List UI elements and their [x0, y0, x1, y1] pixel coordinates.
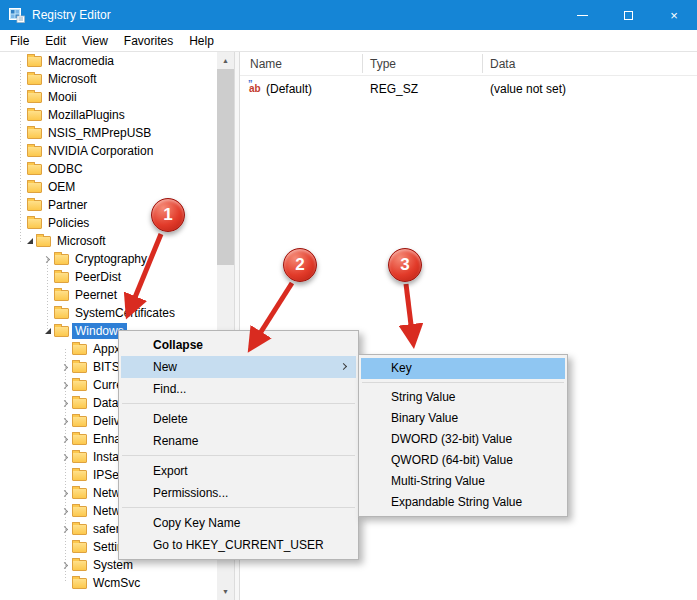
folder-icon: [72, 560, 87, 571]
menu-item-new[interactable]: New: [121, 356, 356, 378]
tree-item-wcmsvc[interactable]: WcmSvc: [0, 574, 217, 592]
column-header-data[interactable]: Data: [490, 57, 515, 71]
menu-item-key[interactable]: Key: [361, 358, 565, 379]
tree-item-label: Cryptography: [72, 251, 150, 267]
close-button[interactable]: ×: [651, 0, 697, 30]
menu-item-export[interactable]: Export: [121, 460, 356, 482]
folder-icon: [27, 128, 42, 139]
menu-item-permissions[interactable]: Permissions...: [121, 482, 356, 504]
menu-item-string-value[interactable]: String Value: [361, 387, 565, 408]
collapsed-arrow-icon[interactable]: [59, 491, 72, 496]
menu-item-expandable-string-value[interactable]: Expandable String Value: [361, 492, 565, 513]
tree-item-label: NSIS_RMPrepUSB: [45, 125, 154, 141]
scroll-up-arrow-icon[interactable]: ▲: [217, 52, 234, 69]
collapsed-arrow-icon[interactable]: [59, 401, 72, 406]
column-separator[interactable]: [362, 54, 363, 73]
tree-item-label: Microsoft: [45, 71, 100, 87]
expanded-arrow-icon[interactable]: [23, 238, 36, 244]
menu-item-go-to-hkey-current-user[interactable]: Go to HKEY_CURRENT_USER: [121, 534, 356, 556]
folder-icon: [27, 218, 42, 229]
menu-edit[interactable]: Edit: [37, 31, 74, 51]
tree-item-label: PeerDist: [72, 269, 124, 285]
menu-item-multi-string-value[interactable]: Multi-String Value: [361, 471, 565, 492]
folder-icon: [36, 236, 51, 247]
menu-item-rename[interactable]: Rename: [121, 430, 356, 452]
folder-icon: [72, 542, 87, 553]
registry-editor-window: { "window": { "title": "Registry Editor"…: [0, 0, 697, 600]
column-header-type[interactable]: Type: [370, 57, 396, 71]
menu-file[interactable]: File: [2, 31, 37, 51]
folder-icon: [72, 362, 87, 373]
close-icon: ×: [670, 9, 678, 22]
value-type: REG_SZ: [370, 82, 418, 96]
tree-item-peernet[interactable]: Peernet: [0, 286, 217, 304]
value-data: (value not set): [490, 82, 566, 96]
collapsed-arrow-icon[interactable]: [59, 563, 72, 568]
tree-item-label: Peernet: [72, 287, 120, 303]
folder-icon: [54, 272, 69, 283]
menu-item-dword-32-bit-value[interactable]: DWORD (32-bit) Value: [361, 429, 565, 450]
tree-item-microsoft[interactable]: Microsoft: [0, 232, 217, 250]
collapsed-arrow-icon[interactable]: [59, 437, 72, 442]
folder-icon: [72, 434, 87, 445]
collapsed-arrow-icon[interactable]: [59, 365, 72, 370]
new-submenu: KeyString ValueBinary ValueDWORD (32-bit…: [358, 354, 568, 517]
tree-item-nsis-rmprepusb[interactable]: NSIS_RMPrepUSB: [0, 124, 217, 142]
tree-item-systemcertificates[interactable]: SystemCertificates: [0, 304, 217, 322]
folder-icon: [72, 524, 87, 535]
folder-icon: [72, 488, 87, 499]
tree-item-cryptography[interactable]: Cryptography: [0, 250, 217, 268]
folder-icon: [27, 56, 42, 67]
registry-editor-icon: [9, 8, 25, 23]
maximize-button[interactable]: [605, 0, 651, 30]
context-menu: CollapseNewFind...DeleteRenameExportPerm…: [118, 330, 359, 560]
tree-item-label: OEM: [45, 179, 78, 195]
tree-item-label: MozillaPlugins: [45, 107, 128, 123]
menu-item-binary-value[interactable]: Binary Value: [361, 408, 565, 429]
tree-item-label: NVIDIA Corporation: [45, 143, 156, 159]
folder-icon: [72, 398, 87, 409]
tree-item-microsoft[interactable]: Microsoft: [0, 70, 217, 88]
scrollbar-thumb[interactable]: [217, 69, 234, 265]
folder-icon: [72, 578, 87, 589]
menu-item-copy-key-name[interactable]: Copy Key Name: [121, 512, 356, 534]
menu-item-find[interactable]: Find...: [121, 378, 356, 400]
menu-help[interactable]: Help: [181, 31, 222, 51]
collapsed-arrow-icon[interactable]: [59, 527, 72, 532]
menu-view[interactable]: View: [74, 31, 116, 51]
tree-item-nvidia-corporation[interactable]: NVIDIA Corporation: [0, 142, 217, 160]
collapsed-arrow-icon[interactable]: [59, 455, 72, 460]
expanded-arrow-icon[interactable]: [41, 328, 54, 334]
tree-item-oem[interactable]: OEM: [0, 178, 217, 196]
menu-favorites[interactable]: Favorites: [116, 31, 181, 51]
folder-icon: [54, 308, 69, 319]
tree-item-peerdist[interactable]: PeerDist: [0, 268, 217, 286]
collapsed-arrow-icon[interactable]: [59, 383, 72, 388]
tree-item-odbc[interactable]: ODBC: [0, 160, 217, 178]
collapsed-arrow-icon[interactable]: [41, 257, 54, 262]
callout-badge-1: 1: [151, 198, 185, 232]
maximize-icon: [624, 11, 633, 20]
value-row-default[interactable]: ” ab (Default) REG_SZ (value not set): [240, 80, 697, 98]
folder-icon: [54, 290, 69, 301]
folder-icon: [72, 380, 87, 391]
tree-item-label: Macromedia: [45, 53, 117, 69]
menu-item-qword-64-bit-value[interactable]: QWORD (64-bit) Value: [361, 450, 565, 471]
tree-item-mozillaplugins[interactable]: MozillaPlugins: [0, 106, 217, 124]
value-name: (Default): [266, 82, 312, 96]
collapsed-arrow-icon[interactable]: [59, 419, 72, 424]
tree-item-mooii[interactable]: Mooii: [0, 88, 217, 106]
menu-item-delete[interactable]: Delete: [121, 408, 356, 430]
menu-separator: [122, 507, 355, 508]
callout-badge-3: 3: [388, 248, 422, 282]
menu-separator: [362, 382, 564, 383]
tree-item-macromedia[interactable]: Macromedia: [0, 52, 217, 70]
title-bar[interactable]: Registry Editor ×: [0, 0, 697, 30]
window-title: Registry Editor: [32, 8, 111, 22]
menu-item-collapse[interactable]: Collapse: [121, 334, 356, 356]
collapsed-arrow-icon[interactable]: [59, 509, 72, 514]
column-separator[interactable]: [482, 54, 483, 73]
scroll-down-arrow-icon[interactable]: ▼: [217, 583, 234, 600]
minimize-button[interactable]: [559, 0, 605, 30]
column-header-name[interactable]: Name: [250, 57, 282, 71]
